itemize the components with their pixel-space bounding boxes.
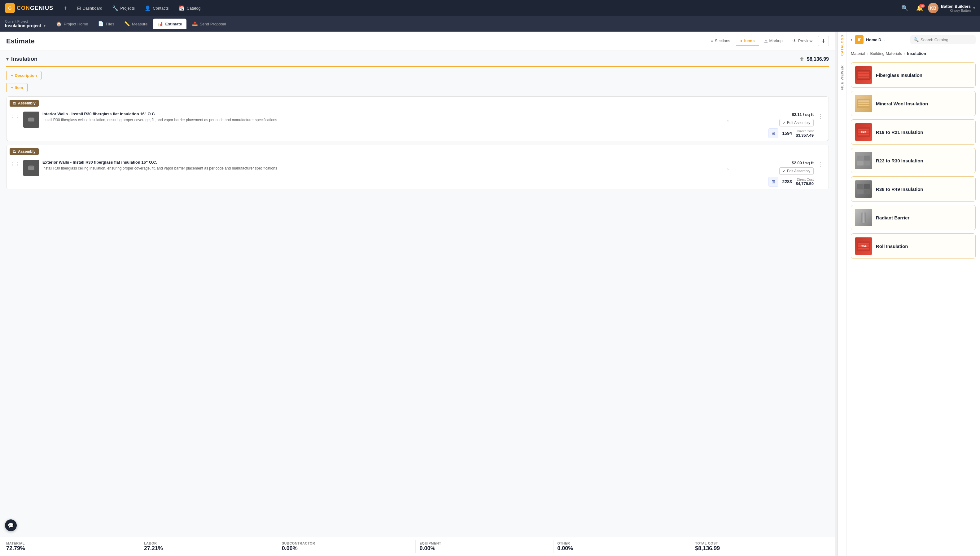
stat-equipment-value: 0.00%	[419, 545, 550, 552]
stat-total-cost-label: TOTAL COST	[695, 541, 825, 545]
nav-contacts[interactable]: 👤 Contacts	[141, 3, 172, 13]
catalog-search-input[interactable]	[920, 37, 973, 42]
section-delete-button[interactable]: 🗑	[800, 57, 804, 62]
stat-subcontractor-label: SUBCONTRACTOR	[282, 541, 412, 545]
tab-items-label: Items	[744, 39, 754, 43]
breadcrumb-sep-1: ›	[867, 51, 868, 56]
tab-measure-label: Measure	[132, 22, 148, 26]
catalog-item-fiberglass-name: Fiberglass Insulation	[876, 73, 922, 78]
nav-dashboard[interactable]: ⊞ Dashboard	[73, 3, 106, 13]
catalog-item-roll-thumb: ROLL	[855, 238, 872, 255]
drag-handle-1[interactable]: ⋮⋮	[10, 112, 20, 119]
stat-material: MATERIAL 72.79%	[6, 540, 140, 553]
stat-total-cost: TOTAL COST $8,136.99	[691, 540, 829, 553]
catalog-item-r23-name: R23 to R30 Insulation	[876, 158, 923, 163]
stat-total-cost-value: $8,136.99	[695, 545, 825, 552]
download-button[interactable]: ⬇	[818, 36, 829, 46]
catalog-item-fiberglass[interactable]: Fiberglass Insulation	[851, 62, 976, 88]
tab-sections[interactable]: ≡ Sections	[706, 37, 734, 45]
svg-rect-2	[28, 166, 34, 170]
nav-projects[interactable]: 🔧 Projects	[108, 3, 139, 13]
item-1-name: Interior Walls - Install R30 fiberglass …	[42, 112, 730, 116]
breadcrumb-material[interactable]: Material	[851, 51, 865, 56]
panel-divider[interactable]: ⋮⋮	[835, 32, 838, 556]
svg-rect-7	[858, 40, 860, 41]
tab-send-proposal-label: Send Proposal	[200, 22, 226, 26]
catalog-item-mineral-wool[interactable]: Mineral Wool Insulation	[851, 91, 976, 116]
tab-project-home-label: Project Home	[64, 22, 88, 26]
stat-material-value: 72.79%	[6, 545, 136, 552]
add-item-label: Item	[15, 85, 23, 90]
notification-button[interactable]: 🔔 28	[914, 5, 925, 11]
tab-preview-label: Preview	[798, 39, 812, 43]
item-2-quantity: 2283	[781, 179, 793, 184]
catalog-item-r38[interactable]: R38 to R49 Insulation	[851, 176, 976, 202]
tab-measure[interactable]: 📏 Measure	[120, 19, 152, 29]
item-1-more-button[interactable]: ⋮	[817, 112, 825, 121]
global-search-button[interactable]: 🔍	[898, 5, 911, 11]
item-2-qty-icon-button[interactable]: ⊞	[769, 177, 779, 187]
projects-icon: 🔧	[112, 5, 118, 11]
bottom-stats: MATERIAL 72.79% LABOR 27.21% SUBCONTRACT…	[0, 537, 835, 556]
tab-send-proposal[interactable]: 📤 Send Proposal	[188, 19, 230, 29]
edit-assembly-1-button[interactable]: ✓ Edit Assembly	[779, 119, 814, 126]
tab-preview[interactable]: 👁 Preview	[788, 37, 817, 45]
nav-contacts-label: Contacts	[153, 6, 169, 11]
section-toggle-button[interactable]: ▾	[6, 56, 9, 62]
user-menu[interactable]: KB Batten Builders Kinsey Batten ▾	[928, 3, 975, 13]
item-1-qty-icon-button[interactable]: ⊞	[769, 128, 779, 138]
preview-icon: 👁	[793, 39, 797, 43]
current-project-name: Insulation project	[5, 23, 41, 28]
tab-markup[interactable]: △ Markup	[760, 37, 787, 45]
catalog-item-radiant[interactable]: Radiant Barrier	[851, 205, 976, 230]
catalog-title-icon	[855, 36, 864, 44]
add-button[interactable]: +	[61, 5, 71, 12]
catalog-item-mineral-wool-thumb	[855, 95, 872, 112]
tab-estimate[interactable]: 📊 Estimate	[153, 19, 186, 29]
svg-rect-22	[857, 155, 864, 160]
catalog-item-roll[interactable]: ROLL Roll Insulation	[851, 233, 976, 259]
item-1-direct-cost: $3,357.49	[796, 133, 814, 137]
current-project: Current Project Insulation project ▾	[5, 19, 45, 28]
resize-handle-2[interactable]: ↘	[726, 167, 729, 170]
stat-material-label: MATERIAL	[6, 541, 136, 545]
file-viewer-label[interactable]: FILE VIEWER	[840, 65, 844, 90]
stat-equipment-label: EQUIPMENT	[419, 541, 550, 545]
svg-rect-24	[857, 161, 864, 165]
item-2-more-button[interactable]: ⋮	[817, 160, 825, 169]
nav-catalog[interactable]: 📅 Catalog	[175, 3, 205, 13]
item-1-quantity-container: ⊞ 1594 Direct Cost $3,357.49	[769, 128, 814, 138]
user-info: Batten Builders Kinsey Batten	[941, 4, 971, 12]
catalog-icon: 📅	[179, 5, 185, 11]
svg-rect-10	[858, 74, 869, 76]
chat-button[interactable]: 💬	[5, 519, 17, 531]
item-1-details: Interior Walls - Install R30 fiberglass …	[42, 112, 730, 123]
nav-projects-label: Projects	[120, 6, 135, 11]
svg-rect-11	[858, 76, 869, 78]
tab-files[interactable]: 📄 Files	[93, 19, 118, 29]
edit-assembly-2-button[interactable]: ✓ Edit Assembly	[779, 167, 814, 175]
catalog-item-r23[interactable]: R23 to R30 Insulation	[851, 148, 976, 173]
assembly-2-label: 🗂 Assembly	[10, 148, 39, 155]
catalog-item-r19-thumb: R19	[855, 123, 872, 141]
stat-labor: LABOR 27.21%	[140, 540, 278, 553]
tab-project-home[interactable]: 🏠 Project Home	[52, 19, 93, 29]
svg-rect-6	[858, 39, 860, 40]
items-tab-icon: ●	[740, 39, 743, 43]
drag-handle-2[interactable]: ⋮⋮	[10, 160, 20, 167]
add-description-button[interactable]: + Description	[6, 71, 42, 80]
catalogs-label[interactable]: CATALOGS	[840, 35, 844, 56]
tab-items[interactable]: ● Items	[736, 37, 759, 45]
catalog-item-r19[interactable]: R19 R19 to R21 Insulation	[851, 119, 976, 145]
assembly-1-item: ⋮⋮ Interior Walls - Install R30 fibergla…	[6, 109, 828, 141]
catalog-back-button[interactable]: ‹	[851, 37, 853, 42]
item-1-quantity: 1594	[781, 131, 793, 136]
item-1-direct-cost-label: Direct Cost	[796, 129, 814, 133]
catalog-list: Fiberglass Insulation Mineral Wool Insul…	[846, 59, 980, 556]
add-item-button[interactable]: + Item	[6, 83, 27, 92]
item-2-direct-cost: $4,779.50	[796, 181, 814, 186]
breadcrumb-building-materials[interactable]: Building Materials	[870, 51, 902, 56]
project-dropdown-chevron[interactable]: ▾	[44, 24, 45, 28]
resize-handle-1[interactable]: ↘	[726, 119, 729, 122]
item-2-thumbnail	[23, 160, 39, 176]
